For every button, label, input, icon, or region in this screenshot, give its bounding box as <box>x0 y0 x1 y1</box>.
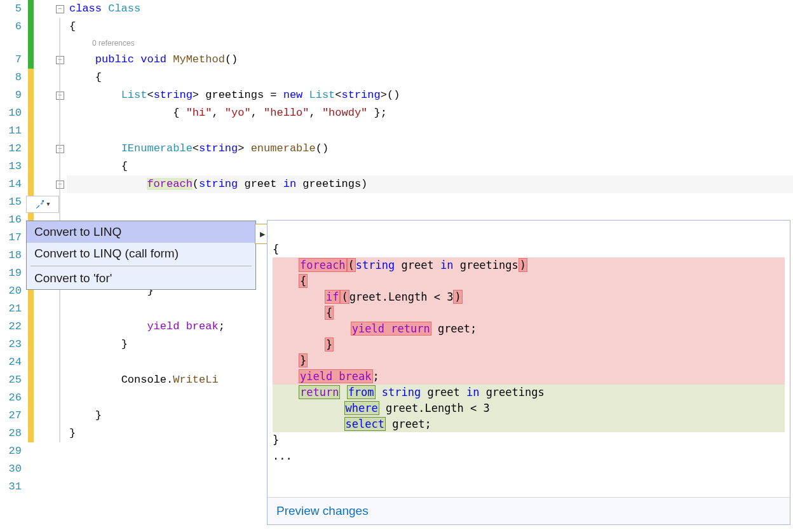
codelens-references[interactable]: 0 references <box>67 36 793 51</box>
line-number: 24 <box>0 353 25 371</box>
code-line[interactable]: IEnumerable<string> enumerable() <box>67 140 793 158</box>
line-number: 29 <box>0 442 25 460</box>
line-number: 14 <box>0 175 25 193</box>
line-number: 30 <box>0 460 25 478</box>
screwdriver-icon <box>35 200 44 209</box>
line-number: 13 <box>0 158 25 175</box>
code-line[interactable]: { "hi", "yo", "hello", "howdy" }; <box>67 104 793 122</box>
line-number: 11 <box>0 122 25 140</box>
code-line[interactable] <box>67 193 793 211</box>
line-number: 8 <box>0 69 25 86</box>
code-line[interactable]: { <box>67 158 793 175</box>
line-number: 26 <box>0 389 25 407</box>
code-line[interactable]: public void MyMethod() <box>67 51 793 69</box>
line-number: 28 <box>0 425 25 442</box>
line-number: 25 <box>0 371 25 389</box>
menu-item-convert-linq-call[interactable]: Convert to LINQ (call form) <box>27 243 255 264</box>
menu-item-convert-linq[interactable]: Convert to LINQ ▶ <box>27 221 255 243</box>
line-number: 27 <box>0 407 25 425</box>
line-number: 19 <box>0 264 25 282</box>
line-number: 22 <box>0 318 25 336</box>
svg-rect-0 <box>43 200 44 202</box>
menu-separator <box>30 266 252 266</box>
menu-item-convert-for[interactable]: Convert to 'for' <box>27 268 255 289</box>
line-number: 20 <box>0 282 25 300</box>
chevron-down-icon: ▼ <box>46 201 50 208</box>
quick-action-menu: Convert to LINQ ▶ Convert to LINQ (call … <box>26 221 256 290</box>
line-number: 17 <box>0 229 25 247</box>
line-number: 5 <box>0 0 25 18</box>
line-number: 10 <box>0 104 25 122</box>
preview-changes-link[interactable]: Preview changes <box>268 497 790 524</box>
diff-content: { foreach(string greet in greetings) { i… <box>268 221 790 497</box>
code-line[interactable]: List<string> greetings = new List<string… <box>67 86 793 104</box>
line-number: 15 <box>0 193 25 211</box>
code-line[interactable]: { <box>67 69 793 86</box>
line-number: 16 <box>0 211 25 229</box>
fold-toggle-icon[interactable]: − <box>56 181 64 189</box>
diff-preview-panel: { foreach(string greet in greetings) { i… <box>267 220 790 525</box>
fold-toggle-icon[interactable]: − <box>56 5 64 13</box>
line-number: 18 <box>0 247 25 264</box>
line-number-gutter: 5 6 7 8 9 10 11 12 13 14 15 16 17 18 19 … <box>0 0 28 496</box>
fold-toggle-icon[interactable]: − <box>56 56 64 64</box>
line-number: 12 <box>0 140 25 158</box>
line-number: 21 <box>0 300 25 318</box>
fold-toggle-icon[interactable]: − <box>56 145 64 153</box>
code-line[interactable]: class Class <box>67 0 793 18</box>
code-line-current[interactable]: foreach(string greet in greetings) <box>67 175 793 193</box>
line-number: 7 <box>0 51 25 69</box>
line-number: 31 <box>0 478 25 496</box>
code-line[interactable]: { <box>67 18 793 36</box>
line-number: 23 <box>0 336 25 353</box>
line-number: 6 <box>0 18 25 36</box>
quick-action-button[interactable]: ▼ <box>26 196 59 213</box>
line-number: 9 <box>0 86 25 104</box>
code-line[interactable] <box>67 122 793 140</box>
fold-toggle-icon[interactable]: − <box>56 92 64 100</box>
